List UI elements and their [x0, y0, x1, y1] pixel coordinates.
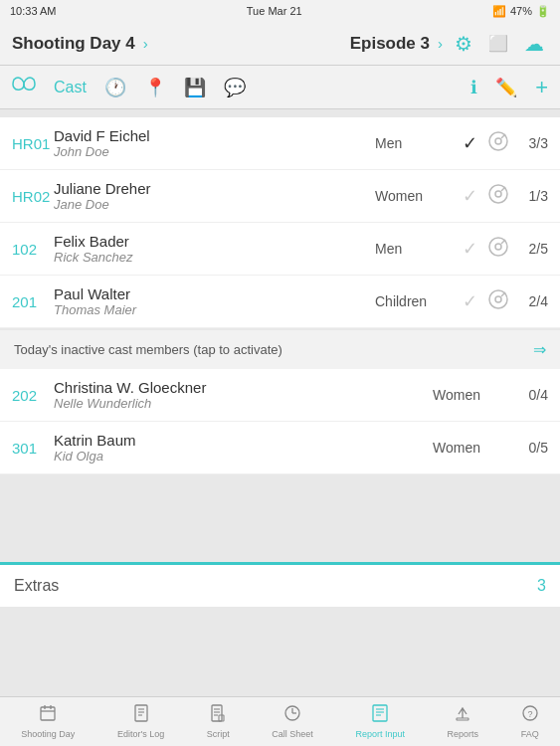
tab-shooting-day[interactable]: Shooting Day	[13, 700, 83, 743]
cast-name-block: Juliane Dreher Jane Doe	[54, 180, 375, 212]
cast-fraction: 0/5	[512, 440, 548, 456]
cast-full-name: Paul Walter	[54, 285, 375, 302]
settings-icon[interactable]: ⚙	[451, 28, 476, 60]
nav-bar: Shooting Day 4 › Episode 3 › ⚙ ⬜ ☁	[0, 22, 560, 66]
cast-character: Nelle Wunderlich	[54, 396, 433, 411]
media-icon[interactable]	[484, 131, 512, 155]
cast-fraction: 1/3	[512, 188, 548, 204]
nav-left: Shooting Day 4 ›	[12, 34, 148, 54]
svg-point-10	[495, 296, 501, 302]
extras-section[interactable]: Extras 3	[0, 562, 560, 607]
media-icon[interactable]	[484, 289, 512, 313]
cast-fraction: 0/4	[512, 387, 548, 403]
cast-mask-icon[interactable]	[12, 76, 36, 98]
status-date: Tue Mar 21	[247, 5, 302, 17]
chat-icon[interactable]: 💬	[224, 77, 246, 98]
script-tab-icon	[209, 704, 227, 727]
svg-rect-32	[457, 718, 468, 720]
svg-line-11	[501, 292, 505, 296]
svg-rect-16	[135, 705, 147, 721]
cast-id: 301	[12, 440, 54, 457]
cast-name-block: David F Eichel John Doe	[54, 127, 375, 159]
reports-tab-label: Reports	[448, 729, 479, 739]
media-icon[interactable]	[484, 237, 512, 261]
cast-id: HR02	[12, 188, 54, 205]
cast-row[interactable]: 201 Paul Walter Thomas Maier Children ✓ …	[0, 276, 560, 328]
status-time: 10:33 AM	[10, 5, 56, 17]
tab-faq[interactable]: ? FAQ	[513, 700, 547, 743]
svg-line-5	[501, 187, 505, 191]
add-icon[interactable]: +	[535, 75, 548, 100]
inactive-header-text: Today's inactive cast members (tap to ac…	[14, 342, 282, 357]
main-content: HR01 David F Eichel John Doe Men ✓ 3/3 H…	[0, 109, 560, 702]
cast-full-name: Katrin Baum	[54, 432, 433, 449]
cast-id: 202	[12, 387, 54, 404]
share-icon[interactable]: ⬜	[484, 30, 512, 57]
cast-table: HR01 David F Eichel John Doe Men ✓ 3/3 H…	[0, 117, 560, 328]
check-icon[interactable]: ✓	[455, 238, 484, 260]
cast-label: Cast	[54, 79, 87, 96]
media-icon[interactable]	[484, 184, 512, 208]
shooting-day-tab-label: Shooting Day	[21, 729, 75, 739]
cast-full-name: Juliane Dreher	[54, 180, 375, 197]
cast-name-block: Felix Bader Rick Sanchez	[54, 233, 375, 265]
faq-tab-icon: ?	[521, 704, 539, 727]
tab-report-input[interactable]: Report Input	[347, 700, 413, 743]
cast-id: 102	[12, 241, 54, 258]
cast-row[interactable]: 102 Felix Bader Rick Sanchez Men ✓ 2/5	[0, 223, 560, 276]
inactive-section-header[interactable]: Today's inactive cast members (tap to ac…	[0, 330, 560, 369]
clock-icon[interactable]: 🕐	[104, 77, 126, 98]
tab-call-sheet[interactable]: Call Sheet	[264, 700, 321, 743]
cast-full-name: David F Eichel	[54, 127, 375, 144]
cast-id: 201	[12, 293, 54, 310]
editors-log-tab-label: Editor's Log	[117, 729, 164, 739]
report-input-tab-label: Report Input	[355, 729, 405, 739]
toolbar: Cast 🕐 📍 💾 💬 ℹ ✏️ +	[0, 66, 560, 109]
check-icon[interactable]: ✓	[455, 185, 484, 207]
wifi-icon: 📶	[492, 5, 506, 18]
battery-icon: 🔋	[536, 5, 550, 18]
check-icon[interactable]: ✓	[455, 290, 484, 312]
edit-icon[interactable]: ✏️	[495, 77, 517, 98]
check-icon[interactable]: ✓	[455, 132, 484, 154]
cast-character: Thomas Maier	[54, 302, 375, 317]
svg-rect-12	[41, 707, 55, 720]
shooting-day-chevron: ›	[143, 35, 148, 52]
cast-name-block: Katrin Baum Kid Olga	[54, 432, 433, 464]
location-icon[interactable]: 📍	[144, 77, 166, 98]
card-icon[interactable]: 💾	[184, 77, 206, 98]
call-sheet-tab-label: Call Sheet	[272, 729, 313, 739]
svg-text:?: ?	[527, 709, 532, 719]
cloud-icon[interactable]: ☁	[520, 28, 548, 60]
svg-line-8	[501, 240, 505, 244]
cast-character: Jane Doe	[54, 197, 375, 212]
cast-gender: Men	[375, 135, 455, 151]
nav-right: Episode 3 › ⚙ ⬜ ☁	[350, 28, 548, 60]
extras-count: 3	[537, 577, 546, 595]
svg-rect-20	[212, 705, 222, 721]
cast-row[interactable]: 202 Christina W. Gloeckner Nelle Wunderl…	[0, 369, 560, 422]
shooting-day-title[interactable]: Shooting Day 4	[12, 34, 135, 54]
cast-row[interactable]: HR02 Juliane Dreher Jane Doe Women ✓ 1/3	[0, 170, 560, 223]
tab-bar: Shooting Day Editor's Log Script	[0, 696, 560, 746]
report-input-tab-icon	[371, 704, 389, 727]
cast-row[interactable]: 301 Katrin Baum Kid Olga Women 0/5	[0, 422, 560, 474]
tab-script[interactable]: Script	[199, 700, 238, 743]
episode-title[interactable]: Episode 3	[350, 34, 430, 54]
cast-gender: Women	[433, 440, 512, 456]
toolbar-right: ℹ ✏️ +	[470, 75, 548, 100]
script-tab-label: Script	[207, 729, 230, 739]
svg-point-1	[495, 138, 501, 144]
info-icon[interactable]: ℹ	[470, 77, 477, 98]
battery-percent: 47%	[510, 5, 532, 17]
cast-row[interactable]: HR01 David F Eichel John Doe Men ✓ 3/3	[0, 117, 560, 170]
svg-point-7	[495, 244, 501, 250]
cast-character: Kid Olga	[54, 449, 433, 464]
cast-gender: Women	[375, 188, 455, 204]
cast-gender: Children	[375, 293, 455, 309]
call-sheet-tab-icon	[283, 704, 301, 727]
cast-id: HR01	[12, 135, 54, 152]
tab-editors-log[interactable]: Editor's Log	[109, 700, 172, 743]
tab-reports[interactable]: Reports	[440, 700, 487, 743]
status-right: 📶 47% 🔋	[492, 5, 550, 18]
